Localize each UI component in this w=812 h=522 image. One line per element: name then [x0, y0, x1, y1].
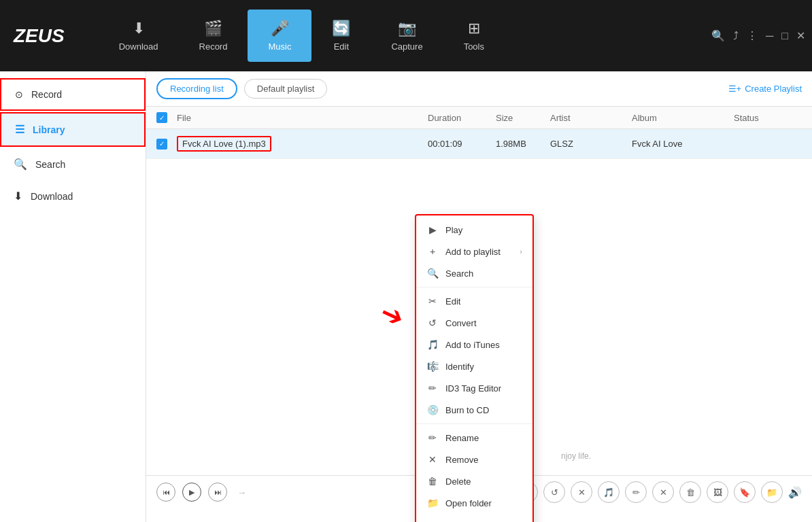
tools-icon: ⊞ — [468, 20, 480, 37]
file-list-header: ✓ File Duration Size Artist Album Status — [146, 107, 812, 129]
ctx-remove-label: Remove — [445, 455, 478, 465]
prev-btn[interactable]: ⏮ — [156, 483, 175, 502]
player-arrow: → — [237, 487, 246, 498]
id3-ctx-icon: ✏ — [426, 383, 439, 394]
main: ⊙ Record ☰ Library 🔍 Search ⬇ Download R… — [0, 71, 812, 522]
context-menu: ▶ Play + Add to playlist › 🔍 Search ✂ Ed… — [415, 214, 534, 522]
sidebar-download-label: Download — [31, 191, 73, 202]
ctx-remove[interactable]: ✕ Remove — [416, 449, 532, 470]
tab-recording-list[interactable]: Recording list — [156, 78, 237, 99]
ctx-identify[interactable]: 🎼 Identify — [416, 355, 532, 377]
ctx-add-itunes[interactable]: 🎵 Add to iTunes — [416, 334, 532, 355]
sidebar-item-search[interactable]: 🔍 Search — [0, 148, 146, 180]
nav-items: ⬇ Download 🎬 Record 🎤 Music 🔄 Edit 📷 Cap… — [99, 10, 711, 62]
ctx-select-all[interactable]: ✓ Select all — [416, 514, 532, 522]
ctx-add-to-playlist[interactable]: + Add to playlist › — [416, 241, 532, 262]
action-cut-icon[interactable]: ✕ — [571, 481, 592, 503]
ctx-convert[interactable]: ↺ Convert — [416, 312, 532, 334]
col-duration: Duration — [428, 113, 496, 123]
tabs-bar: Recording list Default playlist ☰+ Creat… — [146, 71, 812, 107]
sidebar-record-label: Record — [31, 89, 62, 100]
play-ctx-icon: ▶ — [426, 224, 439, 235]
burn-cd-ctx-icon: 💿 — [426, 404, 439, 415]
close-header-icon[interactable]: ✕ — [796, 29, 805, 42]
ctx-separator-1 — [416, 287, 532, 288]
file-size: 1.98MB — [496, 139, 550, 149]
sidebar-item-download[interactable]: ⬇ Download — [0, 180, 146, 212]
minimize-header-icon[interactable]: ─ — [766, 30, 773, 42]
edit-icon: 🔄 — [332, 20, 350, 37]
nav-music[interactable]: 🎤 Music — [248, 10, 311, 62]
action-edit-icon[interactable]: ✏ — [625, 481, 647, 503]
file-name-cell: Fvck AI Love (1).mp3 — [177, 136, 428, 152]
file-artist: GLSZ — [550, 139, 632, 149]
ctx-edit[interactable]: ✂ Edit — [416, 290, 532, 312]
create-playlist-label: Create Playlist — [745, 84, 802, 94]
create-playlist-btn[interactable]: ☰+ Create Playlist — [728, 84, 802, 94]
ctx-search[interactable]: 🔍 Search — [416, 262, 532, 284]
action-bookmark-icon[interactable]: 🔖 — [734, 481, 756, 503]
ctx-open-folder[interactable]: 📁 Open folder — [416, 492, 532, 514]
ctx-id3-tag[interactable]: ✏ ID3 Tag Editor — [416, 377, 532, 399]
row-checkbox[interactable]: ✓ — [156, 139, 167, 150]
file-name: Fvck AI Love (1).mp3 — [177, 136, 271, 152]
download-sidebar-icon: ⬇ — [14, 190, 22, 203]
action-folder-icon[interactable]: 📁 — [761, 481, 783, 503]
nav-record-label: Record — [199, 41, 228, 52]
sidebar: ⊙ Record ☰ Library 🔍 Search ⬇ Download — [0, 71, 146, 522]
volume-icon[interactable]: 🔊 — [788, 486, 802, 499]
nav-tools-label: Tools — [464, 41, 484, 52]
action-repeat-icon[interactable]: ↺ — [543, 481, 565, 503]
col-status: Status — [734, 113, 802, 123]
ctx-itunes-label: Add to iTunes — [445, 340, 500, 350]
ctx-rename-label: Rename — [445, 433, 479, 443]
maximize-header-icon[interactable]: □ — [781, 30, 788, 42]
ctx-play[interactable]: ▶ Play — [416, 219, 532, 241]
ctx-burn-cd-label: Burn to CD — [445, 405, 489, 415]
header-right: 🔍 ⤴ ⋮ ─ □ ✕ — [711, 29, 805, 42]
action-delete-icon[interactable]: 🗑 — [679, 481, 701, 503]
col-artist: Artist — [550, 113, 632, 123]
share-header-icon[interactable]: ⤴ — [733, 30, 739, 42]
ctx-rename[interactable]: ✏ Rename — [416, 427, 532, 449]
content-area: Recording list Default playlist ☰+ Creat… — [146, 71, 812, 522]
tab-default-playlist[interactable]: Default playlist — [244, 79, 328, 99]
sidebar-item-library[interactable]: ☰ Library — [0, 112, 146, 147]
play-btn[interactable]: ▶ — [182, 483, 201, 502]
sidebar-item-record[interactable]: ⊙ Record — [0, 78, 146, 111]
table-row[interactable]: ✓ Fvck AI Love (1).mp3 00:01:09 1.98MB G… — [146, 129, 812, 159]
ctx-identify-label: Identify — [445, 362, 474, 372]
nav-capture[interactable]: 📷 Capture — [371, 10, 443, 62]
nav-tools[interactable]: ⊞ Tools — [443, 10, 505, 62]
ctx-burn-cd[interactable]: 💿 Burn to CD — [416, 399, 532, 421]
search-header-icon[interactable]: 🔍 — [711, 29, 725, 42]
ctx-delete[interactable]: 🗑 Delete — [416, 470, 532, 492]
ctx-play-label: Play — [445, 225, 462, 235]
select-all-checkbox[interactable]: ✓ — [156, 112, 167, 123]
library-sidebar-icon: ☰ — [15, 123, 24, 136]
next-btn[interactable]: ⏭ — [208, 483, 227, 502]
remove-ctx-icon: ✕ — [426, 454, 439, 465]
ctx-add-playlist-label: Add to playlist — [445, 247, 501, 257]
nav-edit[interactable]: 🔄 Edit — [311, 10, 371, 62]
nav-edit-label: Edit — [334, 41, 349, 52]
ctx-edit-label: Edit — [445, 296, 460, 307]
action-close-icon[interactable]: ✕ — [652, 481, 674, 503]
record-icon: 🎬 — [204, 20, 222, 37]
nav-record[interactable]: 🎬 Record — [179, 10, 248, 62]
file-duration: 00:01:09 — [428, 139, 496, 149]
player-controls: ⏮ ▶ ⏭ → — [156, 483, 246, 502]
search-sidebar-icon: 🔍 — [14, 158, 27, 171]
col-size: Size — [496, 113, 550, 123]
player-action-buttons: ▶ ↺ ✕ 🎵 ✏ ✕ 🗑 🖼 🔖 📁 🔊 — [516, 481, 802, 503]
nav-download[interactable]: ⬇ Download — [99, 10, 179, 62]
select-all-ctx-icon: ✓ — [426, 519, 439, 522]
nav-download-label: Download — [119, 41, 158, 52]
menu-header-icon[interactable]: ⋮ — [747, 29, 758, 42]
ctx-delete-label: Delete — [445, 476, 471, 487]
delete-ctx-icon: 🗑 — [426, 476, 439, 487]
action-music-icon[interactable]: 🎵 — [598, 481, 620, 503]
submenu-arrow-icon: › — [520, 247, 522, 256]
action-image-icon[interactable]: 🖼 — [707, 481, 728, 503]
convert-ctx-icon: ↺ — [426, 317, 439, 328]
